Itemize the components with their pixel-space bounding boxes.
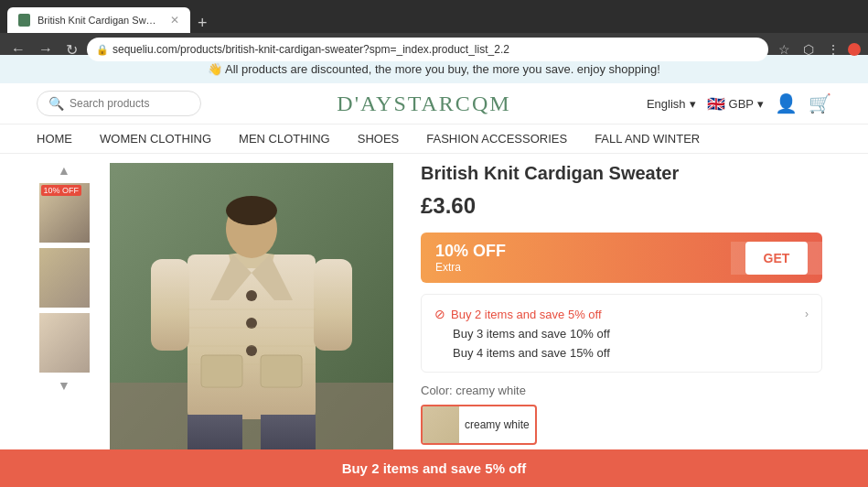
nav-bar: HOME WOMEN CLOTHING MEN CLOTHING SHOES F… — [0, 124, 868, 154]
promo-banner-text: 👋 All products are discounted, the more … — [208, 62, 660, 76]
tab-favicon — [18, 14, 30, 27]
thumb-nav-down[interactable]: ▼ — [58, 378, 70, 393]
discount-text-2: Buy 3 items and save 10% off — [453, 327, 610, 341]
nav-fashion[interactable]: FASHION ACCESSORIES — [426, 132, 567, 146]
header: 🔍 D'AYSTARCQM English ▾ 🇬🇧 GBP ▾ 👤 🛒 — [0, 83, 868, 124]
language-label: English — [647, 97, 686, 111]
color-label-text: Color: — [421, 384, 453, 397]
nav-women[interactable]: WOMEN CLOTHING — [100, 132, 211, 146]
get-promo-button[interactable]: GET — [745, 242, 809, 275]
svg-rect-7 — [201, 355, 242, 387]
settings-icon[interactable]: ⋮ — [822, 40, 844, 59]
promo-left: 10% OFF Extra — [421, 233, 731, 283]
product-area: ▲ 10% OFF ▼ — [0, 154, 868, 487]
browser-chrome: British Knit Cardigan Sweater ✕ + ← → ↻ … — [0, 0, 868, 55]
cart-icon[interactable]: 🛒 — [809, 92, 831, 114]
tab-close-button[interactable]: ✕ — [170, 14, 179, 27]
svg-rect-14 — [314, 259, 352, 351]
back-button[interactable]: ← — [7, 39, 29, 60]
thumb-nav-up[interactable]: ▲ — [58, 163, 70, 178]
refresh-button[interactable]: ↻ — [62, 39, 81, 60]
nav-home[interactable]: HOME — [37, 132, 72, 146]
discount-row-1: ⊘ Buy 2 items and save 5% off › — [434, 304, 809, 324]
forward-button[interactable]: → — [35, 39, 57, 60]
address-bar: ← → ↻ 🔒 sequeliu.com/products/british-kn… — [0, 33, 868, 66]
active-tab[interactable]: British Knit Cardigan Sweater ✕ — [7, 7, 190, 33]
svg-point-5 — [246, 318, 257, 329]
flag-icon: 🇬🇧 — [707, 95, 725, 113]
extension-icon[interactable]: ⬡ — [798, 40, 819, 59]
promo-extra: Extra — [435, 261, 716, 274]
discount-row-3: Buy 4 items and save 15% off — [434, 343, 809, 363]
color-label: Color: creamy white — [421, 384, 822, 397]
thumbnail-1[interactable]: 10% OFF — [39, 183, 90, 243]
svg-rect-3 — [188, 254, 316, 419]
search-input[interactable] — [70, 97, 188, 110]
language-selector[interactable]: English ▾ — [647, 97, 696, 111]
svg-point-10 — [226, 196, 277, 225]
discount-arrow: › — [805, 308, 809, 320]
account-icon[interactable]: 👤 — [775, 92, 798, 114]
product-title: British Knit Cardigan Sweater — [421, 163, 822, 184]
bulk-discount-box: ⊘ Buy 2 items and save 5% off › Buy 3 it… — [421, 294, 822, 373]
search-icon: 🔍 — [48, 96, 64, 111]
color-option: creamy white — [421, 405, 822, 445]
currency-chevron-icon: ▾ — [757, 97, 764, 111]
promo-percent: 10% OFF — [435, 242, 716, 261]
currency-selector[interactable]: 🇬🇧 GBP ▾ — [707, 95, 764, 113]
svg-point-6 — [246, 345, 257, 356]
nav-men[interactable]: MEN CLOTHING — [239, 132, 330, 146]
svg-rect-0 — [19, 16, 28, 25]
warning-icon: ⊘ — [434, 307, 445, 321]
nav-fall-winter[interactable]: Fall And Winter — [595, 132, 700, 146]
color-value: creamy white — [455, 384, 526, 397]
nav-shoes[interactable]: SHOES — [358, 132, 400, 146]
color-section: Color: creamy white creamy white — [421, 384, 822, 445]
svg-rect-13 — [151, 259, 189, 351]
logo-text: D'AYSTARCQM — [337, 92, 510, 115]
discount-row-2: Buy 3 items and save 10% off — [434, 324, 809, 343]
new-tab-button[interactable]: + — [190, 14, 215, 33]
currency-label: GBP — [729, 97, 754, 111]
lock-icon: 🔒 — [96, 44, 109, 56]
promo-box: 10% OFF Extra GET — [421, 233, 822, 283]
logo: D'AYSTARCQM — [220, 92, 628, 116]
discount-text-1: Buy 2 items and save 5% off — [451, 308, 602, 321]
search-box[interactable]: 🔍 — [37, 91, 201, 116]
browser-icons: ☆ ⬡ ⋮ — [774, 40, 861, 59]
main-product-image — [110, 163, 393, 474]
svg-point-4 — [246, 290, 257, 301]
product-details: British Knit Cardigan Sweater £3.60 10% … — [412, 163, 831, 487]
tab-title: British Knit Cardigan Sweater — [38, 15, 159, 26]
product-image-placeholder — [110, 163, 393, 474]
color-swatch-container[interactable]: creamy white — [421, 405, 537, 445]
header-right: English ▾ 🇬🇧 GBP ▾ 👤 🛒 — [647, 92, 831, 114]
bookmark-icon[interactable]: ☆ — [774, 40, 795, 59]
product-price: £3.60 — [421, 193, 822, 219]
svg-rect-8 — [261, 355, 302, 387]
discount-badge: 10% OFF — [41, 185, 82, 196]
page-content: 👋 All products are discounted, the more … — [0, 55, 868, 487]
thumbnail-3[interactable] — [39, 313, 90, 373]
thumbnail-2[interactable] — [39, 248, 90, 308]
url-box[interactable]: 🔒 sequeliu.com/products/british-knit-car… — [87, 38, 768, 61]
tab-bar: British Knit Cardigan Sweater ✕ + — [0, 0, 868, 33]
bottom-bar-text: Buy 2 items and save 5% off — [342, 460, 527, 476]
discount-text-3: Buy 4 items and save 15% off — [453, 346, 610, 360]
color-swatch-name: creamy white — [459, 417, 535, 433]
thumbnail-column: ▲ 10% OFF ▼ — [37, 163, 91, 487]
record-button[interactable] — [848, 43, 861, 56]
url-text: sequeliu.com/products/british-knit-cardi… — [113, 43, 509, 56]
chevron-down-icon: ▾ — [690, 97, 696, 111]
color-swatch — [423, 406, 459, 443]
promo-right: GET — [731, 242, 822, 275]
bottom-bar[interactable]: Buy 2 items and save 5% off — [0, 449, 868, 487]
